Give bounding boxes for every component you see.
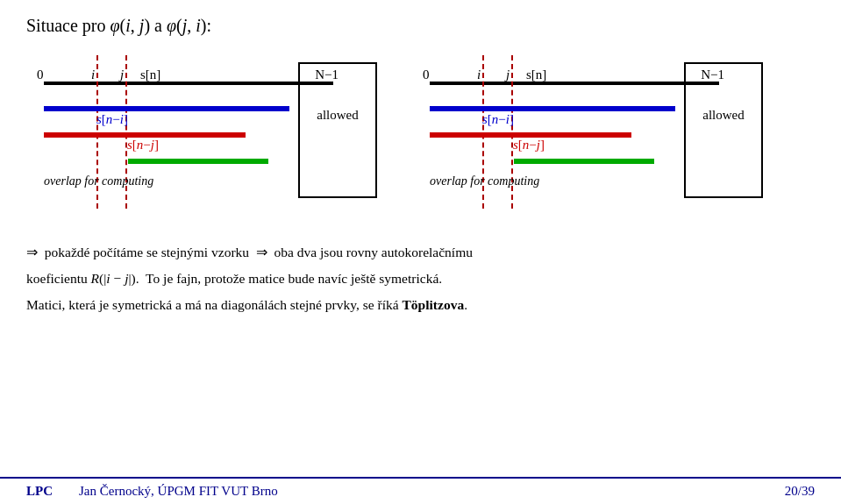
- d1-bar-blue: [44, 106, 289, 111]
- d1-allowed-box: [298, 62, 377, 198]
- diagram-1: 0 i j s[n] N−1 s[n−i] s[n−j] overlap for…: [26, 55, 377, 217]
- d1-blue-label: s[n−i]: [96, 112, 128, 127]
- footer-page: 20/39: [785, 484, 815, 499]
- body-line2: koeficientu R(|i − j|). To je fajn, prot…: [26, 268, 815, 289]
- d2-label-0: 0: [423, 67, 430, 82]
- d1-allowed-label: allowed: [300, 108, 375, 123]
- title-text: Situace pro: [26, 16, 110, 35]
- d1-red-label: s[n−j]: [127, 138, 159, 153]
- diagram-2: 0 i j s[n] N−1 s[n−i] s[n−j] overlap for…: [412, 55, 763, 217]
- title-colon: :: [207, 16, 212, 35]
- toplitz-word: Töplitzova: [403, 297, 465, 312]
- d2-allowed-box: [684, 62, 763, 198]
- d2-blue-label: s[n−i]: [482, 112, 514, 127]
- d1-green-label: overlap for computing: [44, 174, 153, 188]
- body-line3: Matici, která je symetrická a má na diag…: [26, 295, 815, 316]
- d2-green-label: overlap for computing: [430, 174, 539, 188]
- d2-bar-blue: [430, 106, 675, 111]
- d1-bar-green: [128, 159, 268, 164]
- page: Situace pro φ(i, j) a φ(j, i): 0 i j s[n…: [0, 0, 841, 504]
- number-line-1: [44, 82, 333, 85]
- number-line-2: [430, 82, 719, 85]
- body-line3-suffix: .: [464, 297, 467, 312]
- d2-allowed-label: allowed: [686, 108, 761, 123]
- d1-label-0: 0: [37, 67, 44, 82]
- body-text: ⇒ pokaždé počítáme se stejnými vzorku ⇒ …: [26, 242, 815, 316]
- arrow-2: ⇒: [256, 245, 267, 259]
- d2-bar-green: [514, 159, 654, 164]
- title-phi2: φ(j, i): [167, 16, 207, 35]
- diagrams-row: 0 i j s[n] N−1 s[n−i] s[n−j] overlap for…: [26, 55, 815, 217]
- d2-label-j: j: [506, 67, 510, 82]
- footer-name: Jan Černocký, ÚPGM FIT VUT Brno: [79, 484, 278, 499]
- page-title: Situace pro φ(i, j) a φ(j, i):: [26, 16, 815, 36]
- d2-sn-label: s[n]: [526, 67, 546, 82]
- footer-lpc: LPC: [26, 484, 53, 499]
- d1-sn-label: s[n]: [140, 67, 160, 82]
- d2-label-i: i: [477, 67, 481, 82]
- d1-label-i: i: [91, 67, 95, 82]
- body-line1: ⇒ pokaždé počítáme se stejnými vzorku ⇒ …: [26, 242, 815, 263]
- arrow-1: ⇒: [26, 245, 38, 259]
- d2-red-label: s[n−j]: [513, 138, 545, 153]
- title-phi1: φ(i, j): [110, 16, 151, 35]
- title-and: a: [150, 16, 167, 35]
- footer: LPC Jan Černocký, ÚPGM FIT VUT Brno 20/3…: [0, 477, 841, 504]
- d1-label-j: j: [120, 67, 124, 82]
